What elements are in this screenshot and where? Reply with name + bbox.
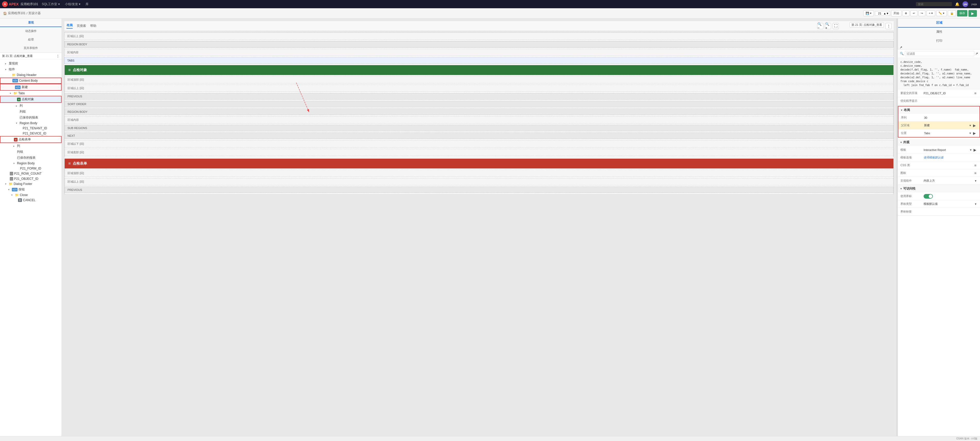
- filter-input[interactable]: [905, 51, 974, 56]
- region-above2[interactable]: 区域以上 [回]: [65, 84, 893, 92]
- template-navigate[interactable]: ▶: [972, 148, 977, 152]
- tree-col2[interactable]: ▸ 列: [0, 143, 62, 149]
- page-num-field[interactable]: 21: [876, 12, 883, 15]
- tree-close[interactable]: ▾ 📁 Close: [0, 193, 62, 197]
- tree-saved-report2[interactable]: ▸ 已保存的报表: [0, 155, 62, 161]
- display-dropdown[interactable]: ▾: [974, 179, 977, 183]
- user-name[interactable]: ywja: [970, 3, 978, 6]
- tab-xianxian[interactable]: 显现: [0, 19, 62, 27]
- region-top2[interactable]: 区域顶部 [回]: [65, 169, 893, 177]
- region-body-main[interactable]: REGION BODY: [64, 41, 894, 48]
- region-above3[interactable]: 区域以上 [回]: [65, 178, 893, 185]
- zoom-in-btn[interactable]: 🔍+: [825, 23, 831, 29]
- user-avatar[interactable]: yw: [963, 1, 968, 7]
- template-dropdown[interactable]: ▾: [969, 148, 972, 152]
- tree-components[interactable]: ▾ 组件: [0, 67, 62, 72]
- tree-p21-device[interactable]: ▸ P21_DEVICE_ID: [0, 131, 62, 136]
- region-bottom[interactable]: 区域底部 [回]: [65, 149, 893, 156]
- appearance-section-header[interactable]: ▾ 外观: [898, 139, 980, 146]
- save-btn[interactable]: 保存: [957, 10, 967, 16]
- tab-attributes[interactable]: 属性: [898, 27, 980, 37]
- redo-btn[interactable]: ↪: [918, 10, 925, 16]
- tree-p21-form[interactable]: ▸ P21_FORM_ID: [0, 166, 62, 171]
- tree-saved-report1[interactable]: ▸ 已保存的报表: [0, 115, 62, 121]
- tree-dialog-footer[interactable]: ▾ 📁 Dialog Footer: [0, 181, 62, 186]
- app-name: 应用程序101: [21, 2, 38, 6]
- tree-colgroup1[interactable]: ▸ 列组: [0, 109, 62, 115]
- subtab-layout[interactable]: 布局: [67, 23, 73, 29]
- region-header-red[interactable]: ≡ 点检表单: [65, 159, 893, 169]
- region-above[interactable]: 区域以上 [回]: [64, 32, 894, 40]
- play-btn[interactable]: ▶: [969, 10, 977, 17]
- tab-dynamic[interactable]: 动态操作: [0, 27, 62, 35]
- tree-p21-row-count[interactable]: ▸ □ P21_ROW_COUNT: [0, 171, 62, 176]
- tree-buttons[interactable]: ▾ </> 按钮: [0, 186, 62, 193]
- fullscreen-btn[interactable]: ⛶: [833, 23, 839, 29]
- region-body2[interactable]: REGION BODY: [65, 108, 893, 115]
- share-btn[interactable]: ⊕: [902, 10, 909, 16]
- tree-colgroup2[interactable]: ▸ 列组: [0, 149, 62, 155]
- region-sort[interactable]: SORT ORDER: [65, 101, 893, 107]
- submit-page-action-btn[interactable]: ≡: [973, 91, 977, 95]
- undo-btn[interactable]: ↩: [910, 10, 917, 16]
- filter-expand-btn[interactable]: ↗: [898, 46, 980, 49]
- accessibility-section-header[interactable]: ▾ 可访问性: [898, 185, 980, 193]
- tree-col1[interactable]: ▸ 列: [0, 103, 62, 109]
- tree-dialog-header[interactable]: ▸ 📁 Dialog Header: [0, 72, 62, 78]
- tree-p21-object[interactable]: ▸ □ P21_OBJECT_ID: [0, 176, 62, 181]
- tab-shared[interactable]: 页共享组件: [0, 44, 62, 53]
- subtab-search[interactable]: 页搜索: [77, 24, 86, 28]
- region-tabs[interactable]: TABS: [64, 57, 894, 64]
- tree-tabs[interactable]: ▾ 📁 Tabs: [0, 91, 62, 96]
- page-label-menu[interactable]: ⋮: [56, 54, 59, 58]
- layout-section-header[interactable]: ▾ 布局: [898, 107, 980, 114]
- region-previous2[interactable]: PREVIOUS: [65, 186, 893, 193]
- filter-expand[interactable]: ↗: [975, 52, 978, 56]
- region-next[interactable]: NEXT: [65, 132, 893, 139]
- landmark-type-dropdown[interactable]: ▾: [974, 202, 977, 206]
- lock-btn[interactable]: 🔒: [948, 10, 956, 16]
- use-landmark-toggle[interactable]: [924, 194, 933, 199]
- tree-regionbody1[interactable]: ▾ Region Body: [0, 121, 62, 126]
- position-navigate[interactable]: ▶: [972, 131, 977, 135]
- region-header-green[interactable]: ≡ 点检对象: [65, 65, 893, 75]
- nav-item-sql[interactable]: SQL工作室 ▾: [40, 2, 61, 6]
- tree-content-body[interactable]: ▾ </> Content Body: [0, 78, 62, 84]
- region-content2[interactable]: 区域内容: [65, 116, 893, 124]
- page-number-input[interactable]: 21 ▲▼: [875, 11, 890, 16]
- tree-jiandian-duixiang[interactable]: ▾ ≡ 点检对象: [0, 96, 62, 103]
- tab-process[interactable]: 处理: [0, 35, 62, 44]
- parent-region-navigate[interactable]: ▶: [972, 123, 977, 127]
- header-icon: ≡: [68, 68, 71, 72]
- add-btn[interactable]: + ▾: [926, 10, 935, 16]
- start-btn[interactable]: 开始: [891, 10, 901, 16]
- home-icon[interactable]: 🏠: [3, 11, 7, 15]
- region-sub[interactable]: SUB REGIONS: [65, 125, 893, 131]
- parent-region-dropdown[interactable]: ▾: [969, 124, 972, 127]
- subtab-help[interactable]: 帮助: [90, 24, 96, 28]
- icon-action-btn[interactable]: ≡: [973, 171, 977, 175]
- canvas-menu-btn[interactable]: ⋮: [885, 23, 892, 29]
- region-top[interactable]: 区域顶部 [回]: [65, 76, 893, 83]
- prop-template-options-value[interactable]: 使用模板默认值: [924, 156, 977, 159]
- pencil-btn[interactable]: ✏️ ▾: [936, 10, 947, 16]
- tree-jiandian-biaodian[interactable]: ▾ ≡ 点检表单: [0, 136, 62, 143]
- tree-regionbody2[interactable]: ▾ Region Body: [0, 161, 62, 166]
- search-input[interactable]: [916, 2, 952, 6]
- tree-p21-tenant[interactable]: ▸ P21_TENANT_ID: [0, 126, 62, 131]
- tree-xianxianqian[interactable]: ▸ 显现前: [0, 60, 62, 67]
- position-dropdown[interactable]: ▾: [969, 131, 972, 135]
- zoom-out-btn[interactable]: 🔍−: [817, 23, 823, 29]
- nav-item-group[interactable]: 小组/发发 ▾: [64, 2, 82, 6]
- tree-cancel[interactable]: ▸ B CANCEL: [0, 197, 62, 203]
- region-content[interactable]: 区域内容: [64, 49, 894, 56]
- tab-print[interactable]: 打印: [898, 37, 980, 46]
- tree-xingjian[interactable]: ▸ </> 新建: [0, 84, 62, 91]
- region-previous[interactable]: PREVIOUS: [65, 93, 893, 100]
- nav-item-lib[interactable]: 库: [84, 2, 90, 6]
- region-below[interactable]: 区域以下 [回]: [65, 140, 893, 148]
- css-action-btn[interactable]: ≡: [973, 163, 977, 167]
- save-dropdown-btn[interactable]: 💾 ▾: [863, 10, 874, 16]
- notifications-icon[interactable]: 🔔: [954, 2, 961, 6]
- tab-region[interactable]: 区域: [898, 19, 980, 27]
